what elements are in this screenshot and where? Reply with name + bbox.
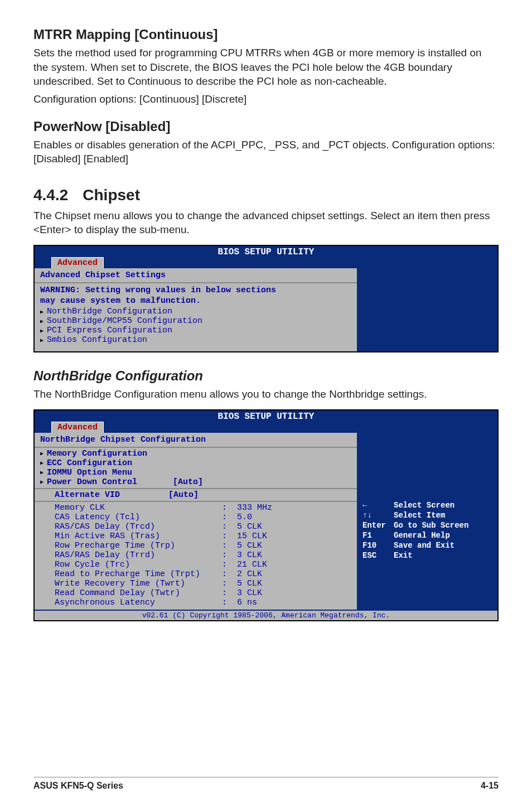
row-label: Write Recovery Time (Twrt)	[55, 579, 222, 588]
row-label: Row Precharge Time (Trp)	[55, 541, 222, 550]
bios-panel-chipset: BIOS SETUP UTILITY Advanced Advanced Chi…	[33, 245, 499, 352]
submenu-icon: ▶	[40, 460, 43, 466]
row-value: : 333 MHz	[222, 503, 272, 513]
arrows-lr-icon: ←	[362, 501, 386, 510]
menu-label: Power Down Control	[47, 477, 170, 487]
para-mtrr-opts: Configuration options: [Continuous] [Dis…	[33, 92, 499, 107]
row-alternate-vid[interactable]: Alternate VID [Auto]	[35, 490, 357, 500]
row-value: : 3 CLK	[222, 588, 262, 598]
row-label: Min Active RAS (Tras)	[55, 532, 222, 541]
page-footer: ASUS KFN5-Q Series 4-15	[33, 777, 499, 791]
key-enter: Enter	[362, 521, 386, 530]
help-general: F1General Help	[362, 531, 493, 540]
bios-help-pane	[358, 268, 497, 351]
submenu-icon: ▶	[40, 318, 43, 325]
row-label: CAS Latency (Tcl)	[55, 513, 222, 522]
divider	[35, 501, 357, 502]
submenu-icon: ▶	[40, 450, 43, 457]
submenu-icon: ▶	[40, 479, 43, 485]
bios-help-pane-2: ←Select Screen ↑↓Select Item EnterGo to …	[358, 433, 497, 610]
bios-section-title: Advanced Chipset Settings	[35, 268, 357, 283]
help-select-item: ↑↓Select Item	[362, 511, 493, 520]
row-value: : 5.0	[222, 513, 252, 522]
menu-label: PCI Express Configuration	[47, 326, 172, 335]
menu-ecc-config[interactable]: ▶ECC Configuration	[35, 458, 357, 468]
para-chipset: The Chipset menu allows you to change th…	[33, 209, 499, 237]
row-value: : 6 ns	[222, 598, 257, 607]
row-label: Memory CLK	[55, 503, 222, 513]
submenu-icon: ▶	[40, 469, 43, 476]
readout-row: Min Active RAS (Tras): 15 CLK	[35, 532, 357, 541]
menu-southbridge[interactable]: ▶SouthBridge/MCP55 Configuration	[35, 316, 357, 326]
menu-power-down[interactable]: ▶Power Down Control[Auto]	[35, 477, 357, 487]
submenu-icon: ▶	[40, 308, 43, 315]
help-save-exit: F10Save and Exit	[362, 541, 493, 550]
heading-text: Chipset	[83, 186, 140, 204]
submenu-icon: ▶	[40, 327, 43, 334]
readout-row: Row Precharge Time (Trp): 5 CLK	[35, 541, 357, 550]
row-value: : 3 CLK	[222, 550, 262, 560]
bios-tab-bar: Advanced	[35, 257, 497, 268]
row-label: Read Command Delay (Twtr)	[55, 588, 222, 598]
bios-section-title-2: NorthBridge Chipset Configuration	[35, 433, 357, 448]
readout-row: CAS Latency (Tcl): 5.0	[35, 513, 357, 522]
menu-pci-express[interactable]: ▶PCI Express Configuration	[35, 326, 357, 335]
row-label: Row Cycle (Trc)	[55, 560, 222, 569]
menu-label: SouthBridge/MCP55 Configuration	[47, 316, 202, 326]
menu-iommu[interactable]: ▶IOMMU Option Menu	[35, 468, 357, 477]
menu-label: NorthBridge Configuration	[47, 307, 172, 316]
divider	[35, 488, 357, 489]
footer-product: ASUS KFN5-Q Series	[33, 781, 123, 791]
footer-page-number: 4-15	[481, 781, 499, 791]
readout-row: Row Cycle (Trc): 21 CLK	[35, 560, 357, 569]
tab-advanced-2[interactable]: Advanced	[51, 422, 104, 433]
row-value: : 21 CLK	[222, 560, 267, 569]
row-value: : 5 CLK	[222, 579, 262, 588]
menu-smbios[interactable]: ▶Smbios Configuration	[35, 335, 357, 351]
bios-warning-1: WARNING: Setting wrong values in below s…	[35, 283, 357, 296]
readout-row: Write Recovery Time (Twrt): 5 CLK	[35, 579, 357, 588]
tab-advanced[interactable]: Advanced	[51, 257, 104, 268]
bios-tab-bar-2: Advanced	[35, 422, 497, 433]
row-label: Asynchronous Latency	[55, 598, 222, 607]
heading-num: 4.4.2	[33, 186, 68, 204]
bios-body-2: NorthBridge Chipset Configuration ▶Memor…	[35, 433, 497, 610]
menu-label: ECC Configuration	[47, 458, 132, 468]
para-powernow: Enables or disables generation of the AC…	[33, 138, 499, 166]
key-f1: F1	[362, 531, 386, 540]
readout-row: RAS/RAS Delay (Trrd): 3 CLK	[35, 550, 357, 560]
bios-warning-2: may cause system to malfunction.	[35, 296, 357, 307]
row-value: : 15 CLK	[222, 532, 267, 541]
bios-title: BIOS SETUP UTILITY	[35, 246, 497, 257]
heading-powernow: PowerNow [Disabled]	[33, 119, 499, 134]
readout-row: Memory CLK: 333 MHz	[35, 503, 357, 513]
key-esc: ESC	[362, 551, 386, 560]
menu-label: Smbios Configuration	[47, 335, 147, 345]
bios-copyright: v02.61 (C) Copyright 1985-2006, American…	[35, 610, 497, 620]
bios-main: Advanced Chipset Settings WARNING: Setti…	[35, 268, 358, 351]
help-label: General Help	[394, 531, 450, 540]
bios-main-2: NorthBridge Chipset Configuration ▶Memor…	[35, 433, 358, 610]
row-label: RAS/RAS Delay (Trrd)	[55, 550, 222, 560]
para-northbridge: The NorthBridge Configuration menu allow…	[33, 387, 499, 402]
help-label: Select Screen	[394, 501, 454, 510]
help-label: Select Item	[394, 511, 445, 520]
bios-title-2: BIOS SETUP UTILITY	[35, 410, 497, 422]
readout-row: Read to Precharge Time (Trpt): 2 CLK	[35, 569, 357, 579]
menu-northbridge[interactable]: ▶NorthBridge Configuration	[35, 307, 357, 316]
row-label: Alternate VID	[55, 490, 168, 500]
bios-header: BIOS SETUP UTILITY Advanced	[35, 246, 497, 268]
bios-panel-northbridge: BIOS SETUP UTILITY Advanced NorthBridge …	[33, 409, 499, 621]
help-label: Exit	[394, 551, 413, 560]
row-value: : 5 CLK	[222, 541, 262, 550]
readout-row: Asynchronous Latency: 6 ns	[35, 598, 357, 610]
submenu-icon: ▶	[40, 337, 43, 344]
help-enter-sub: EnterGo to Sub Screen	[362, 521, 493, 530]
help-select-screen: ←Select Screen	[362, 501, 493, 510]
row-value: : 2 CLK	[222, 569, 262, 579]
row-value: [Auto]	[168, 490, 199, 500]
readout-row: RAS/CAS Delay (Trcd): 5 CLK	[35, 522, 357, 532]
menu-memory-config[interactable]: ▶Memory Configuration	[35, 448, 357, 458]
menu-label: Memory Configuration	[47, 449, 147, 458]
menu-value: [Auto]	[173, 477, 203, 487]
